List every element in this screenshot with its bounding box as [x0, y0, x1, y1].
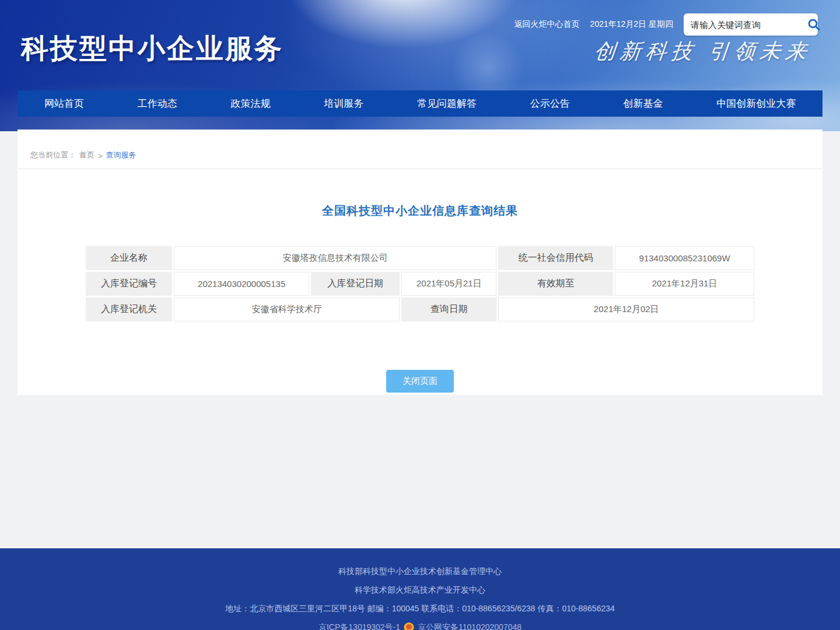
- footer-icp: 京ICP备13019302号-1: [318, 622, 400, 630]
- valid-until-label: 有效期至: [498, 272, 613, 296]
- nav-item-policy[interactable]: 政策法规: [226, 97, 275, 110]
- breadcrumb: 您当前位置： 首页 > 查询服务: [18, 130, 822, 169]
- company-name-label: 企业名称: [86, 246, 172, 270]
- close-page-button[interactable]: 关闭页面: [386, 370, 454, 393]
- content-panel: 您当前位置： 首页 > 查询服务 全国科技型中小企业信息库查询结果 企业名称 安…: [18, 130, 822, 395]
- result-table: 企业名称 安徽塔孜信息技术有限公司 统一社会信用代码 9134030008523…: [84, 244, 756, 323]
- breadcrumb-current-link[interactable]: 查询服务: [106, 150, 136, 160]
- page: 返回火炬中心首页 2021年12月2日 星期四 科技型中小企业服务 创新科技 引…: [0, 0, 840, 630]
- breadcrumb-home-link[interactable]: 首页: [79, 150, 94, 160]
- footer-org2: 科学技术部火炬高技术产业开发中心: [0, 585, 840, 596]
- footer-org1: 科技部科技型中小企业技术创新基金管理中心: [0, 566, 840, 577]
- nav-item-home[interactable]: 网站首页: [40, 97, 89, 110]
- main-nav: 网站首页 工作动态 政策法规 培训服务 常见问题解答 公示公告 创新基金 中国创…: [18, 90, 822, 117]
- current-date: 2021年12月2日 星期四: [590, 19, 673, 30]
- nav-item-innovation-fund[interactable]: 创新基金: [618, 97, 667, 110]
- nav-item-work-news[interactable]: 工作动态: [133, 97, 182, 110]
- police-badge-icon: [404, 622, 414, 630]
- breadcrumb-separator: >: [98, 152, 103, 160]
- reg-date-value: 2021年05月21日: [401, 272, 496, 296]
- reg-number-value: 202134030200005135: [174, 272, 309, 296]
- site-logo: 科技型中小企业服务: [21, 30, 284, 67]
- nav-item-training[interactable]: 培训服务: [319, 97, 368, 110]
- reg-date-label: 入库登记日期: [311, 272, 400, 296]
- footer: 科技部科技型中小企业技术创新基金管理中心 科学技术部火炬高技术产业开发中心 地址…: [0, 548, 840, 630]
- nav-item-announcements[interactable]: 公示公告: [526, 97, 575, 110]
- footer-security: 京公网安备11010202007048: [418, 622, 522, 630]
- breadcrumb-prefix: 您当前位置：: [30, 150, 76, 160]
- company-name-value: 安徽塔孜信息技术有限公司: [174, 246, 496, 270]
- nav-item-faq[interactable]: 常见问题解答: [412, 97, 481, 110]
- topbar: 返回火炬中心首页 2021年12月2日 星期四: [514, 13, 818, 36]
- valid-until-value: 2021年12月31日: [615, 272, 754, 296]
- reg-agency-label: 入库登记机关: [86, 298, 172, 321]
- reg-agency-value: 安徽省科学技术厅: [174, 298, 400, 321]
- query-date-value: 2021年12月02日: [498, 298, 754, 321]
- search-icon[interactable]: [807, 18, 821, 32]
- site-slogan: 创新科技 引领未来: [593, 37, 813, 66]
- query-date-label: 查询日期: [401, 298, 496, 321]
- page-title: 全国科技型中小企业信息库查询结果: [18, 203, 822, 219]
- table-row: 入库登记编号 202134030200005135 入库登记日期 2021年05…: [86, 272, 754, 296]
- table-row: 入库登记机关 安徽省科学技术厅 查询日期 2021年12月02日: [86, 298, 754, 321]
- torch-center-home-link[interactable]: 返回火炬中心首页: [514, 19, 580, 30]
- credit-code-value: 91340300085231069W: [615, 246, 754, 270]
- reg-number-label: 入库登记编号: [86, 272, 172, 296]
- credit-code-label: 统一社会信用代码: [498, 246, 613, 270]
- table-row: 企业名称 安徽塔孜信息技术有限公司 统一社会信用代码 9134030008523…: [86, 246, 754, 270]
- search-input[interactable]: [691, 20, 807, 30]
- search-box[interactable]: [684, 13, 818, 36]
- nav-item-competition[interactable]: 中国创新创业大赛: [712, 97, 800, 110]
- footer-records: 京ICP备13019302号-1 京公网安备11010202007048: [0, 622, 840, 630]
- footer-address: 地址：北京市西城区三里河二区甲18号 邮编：100045 联系电话：010-88…: [0, 604, 840, 614]
